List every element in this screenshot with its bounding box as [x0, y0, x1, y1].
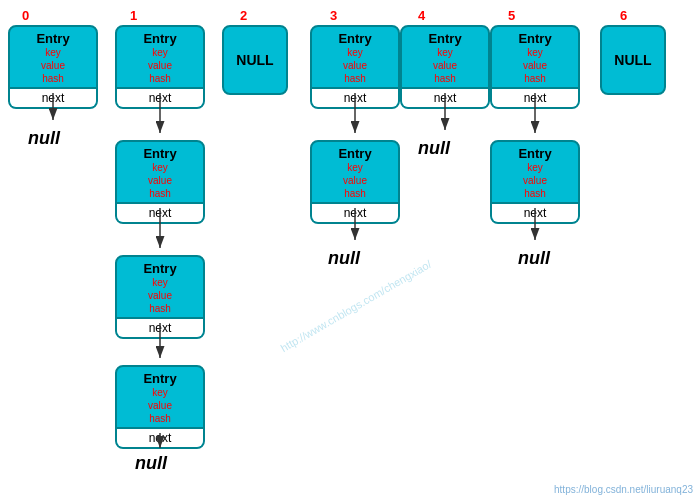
arrows-svg: [0, 0, 698, 500]
url-text: https://blog.csdn.net/liuruanq23: [554, 484, 693, 495]
diagram-container: 0 1 2 3 4 5 6 Entry keyvaluehash next En…: [0, 0, 698, 500]
